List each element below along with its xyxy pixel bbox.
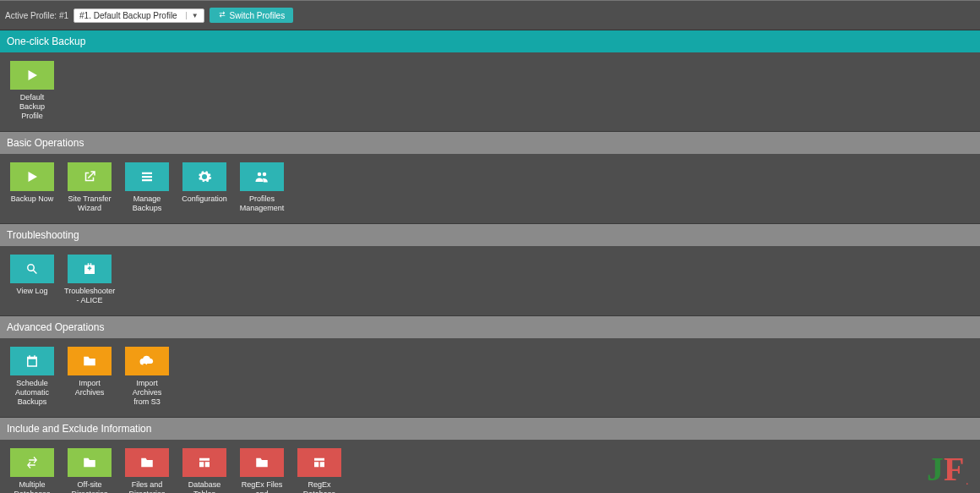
switch-profiles-button[interactable]: Switch Profiles [210, 8, 294, 23]
view-log-tile[interactable]: View Log [10, 255, 54, 305]
site-transfer-wizard-tile[interactable]: Site Transfer Wizard [68, 162, 112, 213]
configuration-tile[interactable]: Configuration [182, 162, 226, 213]
tile-row-trouble: View LogTroubleshooter - ALICE [0, 246, 980, 315]
folder-icon [240, 448, 284, 477]
profiles-management-label: Profiles Management [240, 194, 285, 213]
import-archives-label: Import Archives [68, 379, 112, 397]
db-tables-exclusion-tile[interactable]: Database Tables Exclusion [182, 448, 226, 493]
backup-now-tile[interactable]: Backup Now [10, 162, 54, 213]
regex-db-tables-exclusion-tile[interactable]: RegEx Database Tables Exclusion [297, 448, 341, 493]
logo-dot: . [966, 478, 969, 486]
folder-icon [68, 448, 112, 477]
backup-now-label: Backup Now [11, 194, 54, 204]
calendar-icon [10, 347, 54, 375]
section-header-trouble: Troubleshooting [0, 224, 980, 246]
import-archives-from-s3-tile[interactable]: Import Archives from S3 [125, 347, 169, 407]
profiles-management-tile[interactable]: Profiles Management [240, 162, 284, 213]
tile-row-oneclick: Default Backup Profile [0, 52, 980, 131]
active-profile-label: Active Profile: #1 [5, 11, 68, 20]
multiple-db-definitions-tile[interactable]: Multiple Databases Definitions [10, 448, 54, 493]
regex-files-dir-exclusion-tile[interactable]: RegEx Files and Directories Exclusion [240, 448, 284, 493]
table-icon [297, 448, 341, 477]
list-icon [125, 162, 169, 191]
gear-icon [182, 162, 226, 191]
external-icon [68, 162, 112, 191]
play-icon [10, 61, 54, 90]
files-dir-exclusion-label: Files and Directories Exclusion [125, 480, 169, 493]
configuration-label: Configuration [182, 194, 227, 204]
users-icon [240, 162, 284, 191]
regex-files-dir-exclusion-label: RegEx Files and Directories Exclusion [240, 480, 284, 493]
folder-icon [125, 448, 169, 477]
tile-row-include: Multiple Databases DefinitionsOff-site D… [0, 440, 980, 493]
chevron-down-icon: ▼ [186, 12, 199, 19]
view-log-label: View Log [17, 287, 48, 296]
site-transfer-wizard-label: Site Transfer Wizard [68, 194, 112, 213]
db-tables-exclusion-label: Database Tables Exclusion [182, 480, 226, 493]
switch-profiles-label: Switch Profiles [230, 11, 286, 20]
offsite-dir-inclusion-tile[interactable]: Off-site Directories Inclusion [68, 448, 112, 493]
manage-backups-tile[interactable]: Manage Backups [125, 162, 169, 213]
section-header-oneclick: One-click Backup [0, 30, 980, 52]
medkit-icon [68, 255, 112, 283]
schedule-automatic-backups-label: Schedule Automatic Backups [10, 379, 54, 407]
search-icon [10, 255, 54, 283]
import-archives-from-s3-label: Import Archives from S3 [125, 379, 169, 407]
files-dir-exclusion-tile[interactable]: Files and Directories Exclusion [125, 448, 169, 493]
troubleshooter-alice-tile[interactable]: Troubleshooter - ALICE [68, 255, 112, 305]
section-header-include: Include and Exclude Information [0, 418, 980, 440]
tile-row-advanced: Schedule Automatic BackupsImport Archive… [0, 338, 980, 417]
profile-select[interactable]: #1. Default Backup Profile ▼ [74, 8, 204, 23]
logo-j: J [927, 452, 944, 486]
profile-select-value: #1. Default Backup Profile [79, 11, 181, 20]
troubleshooter-alice-label: Troubleshooter - ALICE [64, 287, 115, 305]
offsite-dir-inclusion-label: Off-site Directories Inclusion [68, 480, 112, 493]
schedule-automatic-backups-tile[interactable]: Schedule Automatic Backups [10, 347, 54, 407]
top-bar: Active Profile: #1 #1. Default Backup Pr… [0, 0, 980, 30]
section-header-basic: Basic Operations [0, 132, 980, 154]
default-backup-profile-label: Default Backup Profile [10, 93, 54, 121]
folder-icon [68, 347, 112, 375]
switch-icon [218, 10, 226, 20]
manage-backups-label: Manage Backups [125, 194, 169, 213]
logo: J F . [927, 452, 968, 486]
cloud-down-icon [125, 347, 169, 375]
section-header-advanced: Advanced Operations [0, 316, 980, 338]
multiple-db-definitions-label: Multiple Databases Definitions [10, 480, 54, 493]
regex-db-tables-exclusion-label: RegEx Database Tables Exclusion [297, 480, 341, 493]
tile-row-basic: Backup NowSite Transfer WizardManage Bac… [0, 154, 980, 223]
logo-f: F [944, 452, 964, 486]
table-icon [182, 448, 226, 477]
play-icon [10, 162, 54, 191]
swap-icon [10, 448, 54, 477]
import-archives-tile[interactable]: Import Archives [68, 347, 112, 407]
default-backup-profile-tile[interactable]: Default Backup Profile [10, 61, 54, 121]
